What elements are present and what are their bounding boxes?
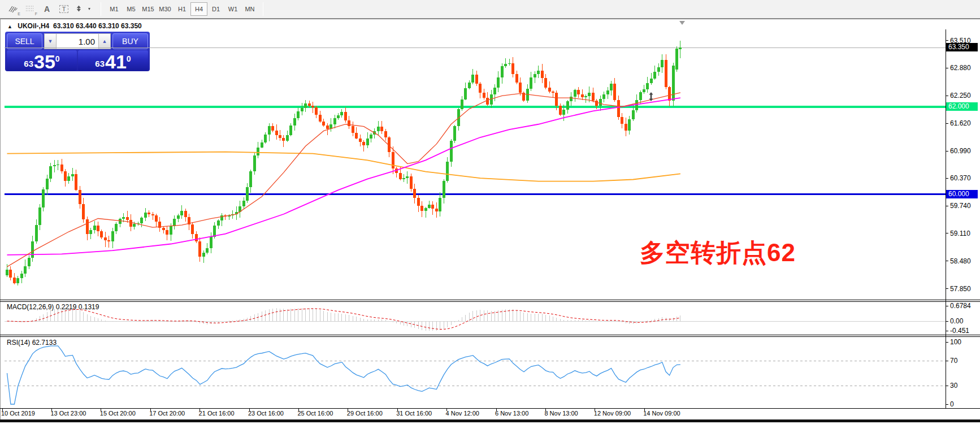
fibonacci-icon-sub: F — [35, 12, 37, 16]
timeframe-button-m5[interactable]: M5 — [123, 2, 140, 16]
toolbar-separator — [263, 2, 263, 16]
chart-window: ▲ UKOil-,H4 63.310 63.440 63.310 63.350 … — [0, 19, 980, 420]
panel-separator — [0, 336, 980, 337]
volume-increase-button[interactable]: ▲ — [98, 33, 111, 49]
panel-separator[interactable] — [0, 300, 980, 300]
buy-price-prefix: 63 — [95, 59, 105, 68]
volume-spinner: ▼ 1.00 ▲ — [44, 33, 111, 49]
sell-price-main: 35 — [34, 53, 55, 70]
timeframe-button-m1[interactable]: M1 — [106, 2, 123, 16]
timeframe-button-m30[interactable]: M30 — [157, 2, 174, 16]
indicators-icon[interactable]: E — [5, 2, 21, 16]
timeframe-button-d1[interactable]: D1 — [207, 2, 224, 16]
chart-title: ▲ UKOil-,H4 63.310 63.440 63.310 63.350 — [7, 22, 142, 30]
timeframe-button-mn[interactable]: MN — [241, 2, 258, 16]
sell-button[interactable]: SELL — [7, 33, 42, 49]
sell-price-sup: 0 — [55, 54, 60, 63]
one-click-trading-panel: SELL ▼ 1.00 ▲ BUY 63 35 0 63 41 0 — [5, 32, 150, 71]
timeframe-button-w1[interactable]: W1 — [224, 2, 241, 16]
buy-price-tile[interactable]: 63 41 0 — [78, 50, 148, 71]
window-bottom-edge — [0, 419, 980, 422]
cursor-mode-icon[interactable] — [72, 2, 96, 16]
toolbar-separator — [101, 2, 101, 16]
timeframe-bar: M1M5M15M30H1H4D1W1MN — [106, 2, 258, 16]
timeframe-button-h4[interactable]: H4 — [190, 2, 207, 16]
volume-input[interactable]: 1.00 — [57, 33, 98, 49]
buy-price-sup: 0 — [127, 54, 131, 63]
buy-price-main: 41 — [105, 53, 127, 70]
panel-separator[interactable] — [0, 335, 980, 335]
volume-decrease-button[interactable]: ▼ — [44, 33, 57, 49]
fibonacci-grid-icon[interactable]: F — [21, 2, 38, 16]
collapse-triangle-icon[interactable]: ▲ — [7, 24, 12, 29]
timeframe-button-h1[interactable]: H1 — [174, 2, 190, 16]
mt4-terminal: E F A T M1M5M15M30H1H4D1W1MN ▲ UKOil-,H4… — [0, 0, 980, 424]
buy-button[interactable]: BUY — [112, 33, 148, 49]
indicators-icon-sub: E — [18, 12, 20, 16]
chart-ohlc-values: 63.310 63.440 63.310 63.350 — [53, 22, 142, 30]
toolbar: E F A T M1M5M15M30H1H4D1W1MN — [0, 0, 980, 19]
text-label-icon[interactable]: A — [38, 2, 55, 16]
timeframe-button-m15[interactable]: M15 — [140, 2, 157, 16]
sell-price-prefix: 63 — [24, 59, 33, 68]
rsi-label: RSI(14) 62.7133 — [7, 339, 57, 347]
panel-separator — [0, 301, 980, 302]
chart-symbol: UKOil-,H4 — [18, 22, 49, 30]
panel-separator — [0, 408, 980, 409]
text-box-icon[interactable]: T — [55, 2, 72, 16]
macd-label: MACD(12,26,9) 0.2219 0.1319 — [7, 303, 99, 311]
annotation-text: 多空转折点62 — [640, 236, 796, 270]
sell-price-tile[interactable]: 63 35 0 — [7, 50, 77, 71]
